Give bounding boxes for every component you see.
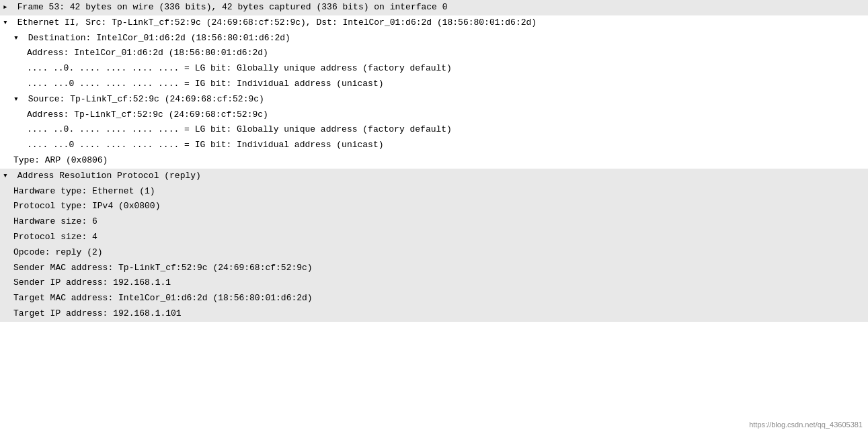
toggle-icon-ethernet[interactable]: ▾: [3, 16, 12, 30]
packet-row-ethernet[interactable]: ▾ Ethernet II, Src: Tp-LinkT_cf:52:9c (2…: [0, 15, 868, 31]
row-text-target-mac: Target MAC address: IntelCor_01:d6:2d (1…: [13, 292, 313, 306]
packet-row-dst-lg-bit: .... ..0. .... .... .... .... = LG bit: …: [0, 61, 868, 77]
row-text-type: Type: ARP (0x0806): [13, 154, 108, 168]
packet-row-src-ig-bit: .... ...0 .... .... .... .... = IG bit: …: [0, 138, 868, 153]
toggle-icon-destination[interactable]: ▾: [13, 32, 23, 46]
packet-row-frame[interactable]: ▸ Frame 53: 42 bytes on wire (336 bits),…: [0, 0, 868, 15]
packet-row-hw-type: Hardware type: Ethernet (1): [0, 184, 868, 200]
packet-row-source[interactable]: ▾ Source: Tp-LinkT_cf:52:9c (24:69:68:cf…: [0, 92, 868, 107]
watermark: https://blog.csdn.net/qq_43605381: [749, 421, 863, 429]
row-text-src-lg-bit: .... ..0. .... .... .... .... = LG bit: …: [27, 123, 452, 137]
row-text-destination: Destination: IntelCor_01:d6:2d (18:56:80…: [23, 32, 290, 46]
packet-row-sender-mac: Sender MAC address: Tp-LinkT_cf:52:9c (2…: [0, 261, 868, 276]
packet-row-dst-address: Address: IntelCor_01:d6:2d (18:56:80:01:…: [0, 46, 868, 61]
packet-row-target-ip: Target IP address: 192.168.1.101: [0, 306, 868, 322]
packet-row-sender-ip: Sender IP address: 192.168.1.1: [0, 275, 868, 291]
packet-row-type: Type: ARP (0x0806): [0, 153, 868, 169]
row-text-opcode: Opcode: reply (2): [13, 246, 103, 260]
packet-row-arp[interactable]: ▾ Address Resolution Protocol (reply): [0, 169, 868, 184]
row-text-sender-mac: Sender MAC address: Tp-LinkT_cf:52:9c (2…: [13, 261, 313, 275]
row-text-src-address: Address: Tp-LinkT_cf:52:9c (24:69:68:cf:…: [27, 108, 268, 122]
row-text-dst-address: Address: IntelCor_01:d6:2d (18:56:80:01:…: [27, 46, 268, 60]
toggle-icon-frame[interactable]: ▸: [3, 1, 12, 15]
packet-row-target-mac: Target MAC address: IntelCor_01:d6:2d (1…: [0, 291, 868, 306]
row-text-hw-size: Hardware size: 6: [13, 215, 97, 229]
row-text-sender-ip: Sender IP address: 192.168.1.1: [13, 276, 171, 290]
packet-row-opcode: Opcode: reply (2): [0, 245, 868, 261]
row-text-dst-ig-bit: .... ...0 .... .... .... .... = IG bit: …: [27, 77, 384, 91]
row-text-proto-size: Protocol size: 4: [13, 230, 97, 245]
toggle-icon-source[interactable]: ▾: [13, 93, 23, 107]
packet-row-proto-type: Protocol type: IPv4 (0x0800): [0, 199, 868, 214]
row-text-frame: Frame 53: 42 bytes on wire (336 bits), 4…: [12, 1, 448, 15]
packet-row-src-lg-bit: .... ..0. .... .... .... .... = LG bit: …: [0, 122, 868, 138]
packet-row-destination[interactable]: ▾ Destination: IntelCor_01:d6:2d (18:56:…: [0, 31, 868, 46]
row-text-dst-lg-bit: .... ..0. .... .... .... .... = LG bit: …: [27, 62, 452, 76]
row-text-src-ig-bit: .... ...0 .... .... .... .... = IG bit: …: [27, 138, 384, 153]
packet-row-proto-size: Protocol size: 4: [0, 230, 868, 245]
row-text-proto-type: Protocol type: IPv4 (0x0800): [13, 200, 160, 214]
row-text-target-ip: Target IP address: 192.168.1.101: [13, 307, 182, 321]
packet-tree: ▸ Frame 53: 42 bytes on wire (336 bits),…: [0, 0, 868, 322]
packet-row-hw-size: Hardware size: 6: [0, 214, 868, 230]
packet-row-dst-ig-bit: .... ...0 .... .... .... .... = IG bit: …: [0, 77, 868, 92]
row-text-hw-type: Hardware type: Ethernet (1): [13, 185, 155, 199]
toggle-icon-arp[interactable]: ▾: [3, 169, 12, 183]
packet-row-src-address: Address: Tp-LinkT_cf:52:9c (24:69:68:cf:…: [0, 107, 868, 123]
row-text-source: Source: Tp-LinkT_cf:52:9c (24:69:68:cf:5…: [23, 93, 264, 107]
row-text-arp: Address Resolution Protocol (reply): [12, 169, 201, 183]
row-text-ethernet: Ethernet II, Src: Tp-LinkT_cf:52:9c (24:…: [12, 16, 537, 30]
